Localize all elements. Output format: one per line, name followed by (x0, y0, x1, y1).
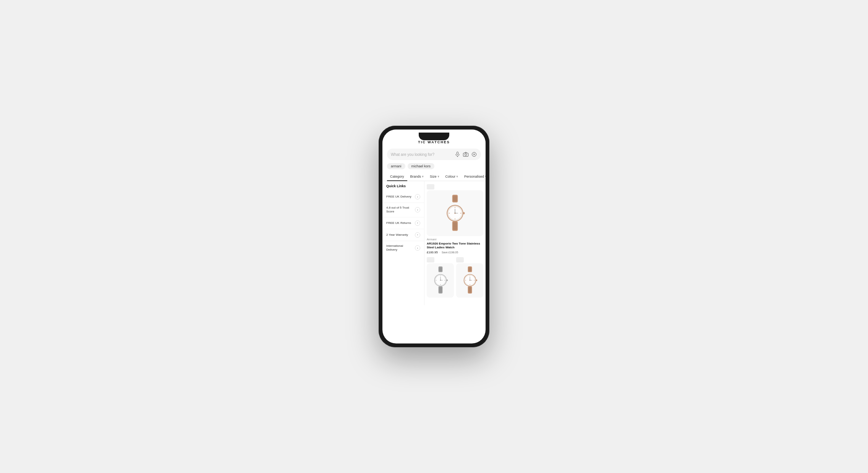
svg-rect-0 (457, 152, 458, 155)
svg-rect-71 (468, 287, 471, 293)
mic-icon[interactable] (454, 151, 460, 157)
filter-tab-size[interactable]: Size ∨ (427, 172, 442, 181)
chevron-size: ∨ (437, 175, 439, 178)
chevron-colour: ∨ (456, 175, 458, 178)
quick-link-warranty[interactable]: 2 Year Warranty › (382, 229, 424, 241)
svg-rect-23 (463, 212, 465, 214)
bottom-right-image (456, 263, 483, 298)
close-icon[interactable] (471, 151, 477, 157)
arrow-icon-2: › (415, 220, 420, 226)
filter-tab-category[interactable]: Category (387, 172, 407, 181)
tag-michael-kors[interactable]: michael kors (408, 163, 435, 169)
product-img-placeholder-2 (427, 257, 434, 262)
svg-rect-69 (476, 280, 477, 281)
bottom-left-image (427, 263, 454, 298)
featured-product-save: Save £198.05 (442, 251, 458, 254)
search-placeholder-text: What are you looking for? (391, 152, 452, 157)
chevron-personalised: ∨ (485, 175, 486, 178)
tag-armani[interactable]: armani (387, 163, 405, 169)
arrow-icon-0: › (415, 194, 420, 199)
camera-icon[interactable] (463, 151, 469, 157)
product-card-bottom-left[interactable] (427, 257, 454, 299)
quick-link-free-delivery[interactable]: FREE UK Delivery › (382, 191, 424, 203)
screen-content[interactable]: TIC WATCHES What are you looking for? (382, 130, 486, 343)
quick-link-international[interactable]: International Delivery › (382, 241, 424, 255)
featured-product-name: AR1926 Emporio Two Tone Stainless Steel … (427, 242, 483, 250)
quick-link-trust-score[interactable]: 4.8 out of 5 Trust Score › (382, 203, 424, 217)
svg-point-3 (465, 154, 467, 156)
product-row-bottom (427, 257, 483, 302)
filter-tabs: Category Brands ∨ Size ∨ Colour ∨ Person… (382, 172, 486, 181)
svg-rect-2 (463, 153, 468, 157)
phone-frame: TIC WATCHES What are you looking for? (379, 126, 489, 347)
app-logo: TIC WATCHES (418, 140, 450, 144)
chevron-brands: ∨ (422, 175, 424, 178)
featured-product-image (427, 190, 483, 236)
phone-screen: TIC WATCHES What are you looking for? (382, 130, 486, 343)
product-card-bottom-right[interactable] (456, 257, 483, 299)
filter-tab-colour[interactable]: Colour ∨ (442, 172, 462, 181)
right-panel: Armani AR1926 Emporio Two Tone Stainless… (424, 181, 486, 305)
content-area: Quick Links FREE UK Delivery › 4.8 out o… (382, 181, 486, 305)
product-img-placeholder-3 (456, 257, 464, 262)
svg-rect-25 (453, 222, 457, 230)
phone-notch (419, 133, 449, 140)
left-panel: Quick Links FREE UK Delivery › 4.8 out o… (382, 181, 424, 305)
featured-product-card[interactable]: Armani AR1926 Emporio Two Tone Stainless… (427, 184, 483, 254)
arrow-icon-1: › (415, 207, 420, 212)
filter-tab-personalised[interactable]: Personalised ∨ (461, 172, 486, 181)
filter-tab-brands[interactable]: Brands ∨ (407, 172, 427, 181)
featured-product-brand: Armani (427, 238, 483, 241)
search-icons (454, 151, 477, 157)
featured-product-price: £100.95 (427, 251, 438, 254)
svg-rect-46 (446, 280, 447, 281)
quick-link-free-returns[interactable]: FREE UK Returns › (382, 217, 424, 229)
svg-rect-48 (439, 287, 442, 293)
arrow-icon-4: › (415, 245, 420, 251)
quick-links-title: Quick Links (382, 184, 424, 191)
search-bar[interactable]: What are you looking for? (387, 149, 481, 160)
arrow-icon-3: › (415, 232, 420, 238)
product-img-placeholder-icon (427, 184, 434, 190)
tag-row: armani michael kors (382, 163, 486, 172)
